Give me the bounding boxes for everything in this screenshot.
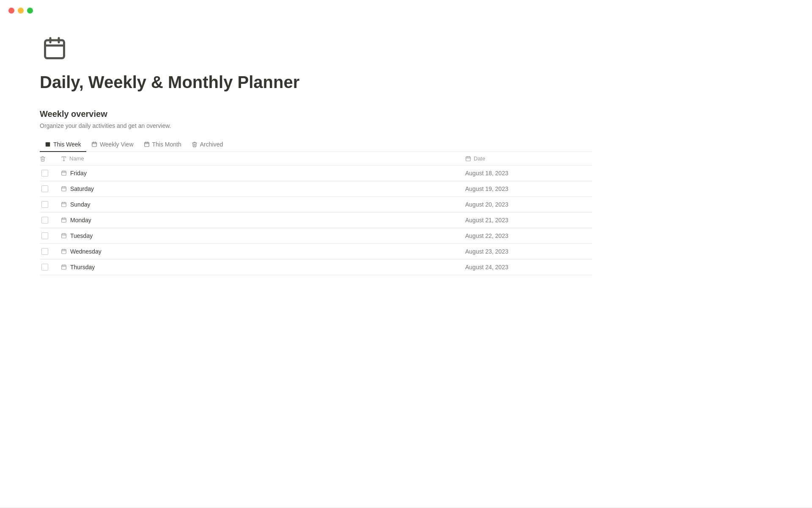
row-calendar-icon bbox=[61, 202, 67, 207]
row-date: August 19, 2023 bbox=[465, 185, 592, 192]
header-name-label: Name bbox=[69, 155, 84, 162]
row-checkbox-2[interactable] bbox=[41, 201, 48, 208]
page-title: Daily, Weekly & Monthly Planner bbox=[40, 72, 592, 92]
page-icon bbox=[40, 34, 69, 64]
window-controls bbox=[8, 8, 33, 14]
svg-rect-40 bbox=[62, 249, 66, 254]
header-calendar-icon bbox=[465, 156, 471, 162]
row-name-cell: Thursday bbox=[61, 264, 465, 271]
row-name: Monday bbox=[70, 217, 91, 224]
header-trash-icon bbox=[40, 156, 46, 162]
tab-calendar-filled-icon bbox=[45, 141, 51, 147]
row-name-cell: Wednesday bbox=[61, 248, 465, 255]
checkbox-cell bbox=[40, 232, 61, 239]
section-title: Weekly overview bbox=[40, 109, 592, 119]
header-date-label: Date bbox=[474, 155, 485, 162]
svg-rect-5 bbox=[46, 142, 50, 144]
tab-this-month[interactable]: This Month bbox=[139, 138, 187, 152]
checkbox-cell bbox=[40, 248, 61, 255]
calendar-icon bbox=[42, 36, 67, 61]
page-content: Daily, Weekly & Monthly Planner Weekly o… bbox=[0, 0, 592, 309]
row-checkbox-5[interactable] bbox=[41, 248, 48, 255]
table-row[interactable]: Wednesday August 23, 2023 bbox=[40, 244, 592, 260]
table-header-date: Date bbox=[465, 155, 592, 162]
row-checkbox-3[interactable] bbox=[41, 217, 48, 224]
table-row[interactable]: Monday August 21, 2023 bbox=[40, 213, 592, 228]
row-name: Sunday bbox=[70, 201, 90, 208]
row-date: August 24, 2023 bbox=[465, 264, 592, 271]
table-row[interactable]: Tuesday August 22, 2023 bbox=[40, 228, 592, 244]
table-header-name: Name bbox=[61, 155, 465, 162]
checkbox-cell bbox=[40, 170, 61, 177]
tab-weekly-view[interactable]: Weekly View bbox=[86, 138, 139, 152]
svg-rect-6 bbox=[92, 142, 97, 146]
tab-this-week-label: This Week bbox=[53, 141, 81, 148]
row-calendar-icon bbox=[61, 264, 67, 270]
table-row[interactable]: Friday August 18, 2023 bbox=[40, 166, 592, 181]
row-calendar-icon bbox=[61, 233, 67, 239]
tab-archived-label: Archived bbox=[200, 141, 223, 148]
row-date: August 22, 2023 bbox=[465, 232, 592, 239]
section-description: Organize your daily activities and get a… bbox=[40, 122, 592, 129]
minimize-button[interactable] bbox=[18, 8, 24, 14]
table-header: Name Date bbox=[40, 152, 592, 166]
row-date: August 20, 2023 bbox=[465, 201, 592, 208]
svg-rect-10 bbox=[144, 142, 149, 146]
row-checkbox-4[interactable] bbox=[41, 232, 48, 239]
row-date: August 18, 2023 bbox=[465, 170, 592, 177]
row-name-cell: Monday bbox=[61, 217, 465, 224]
checkbox-cell bbox=[40, 264, 61, 271]
tab-this-month-label: This Month bbox=[152, 141, 181, 148]
row-calendar-icon bbox=[61, 186, 67, 192]
svg-rect-32 bbox=[62, 218, 66, 222]
svg-rect-28 bbox=[62, 202, 66, 207]
svg-rect-44 bbox=[62, 265, 66, 269]
row-calendar-icon bbox=[61, 248, 67, 254]
tab-this-week[interactable]: This Week bbox=[40, 138, 86, 152]
row-checkbox-6[interactable] bbox=[41, 264, 48, 271]
checkbox-cell bbox=[40, 185, 61, 192]
row-name: Friday bbox=[70, 170, 87, 177]
row-name: Wednesday bbox=[70, 248, 102, 255]
row-name-cell: Saturday bbox=[61, 185, 465, 192]
tab-weekly-view-label: Weekly View bbox=[100, 141, 134, 148]
row-name: Saturday bbox=[70, 185, 94, 192]
tab-trash-icon bbox=[192, 141, 198, 147]
close-button[interactable] bbox=[8, 8, 14, 14]
svg-rect-36 bbox=[62, 234, 66, 238]
row-date: August 21, 2023 bbox=[465, 217, 592, 224]
row-name-cell: Friday bbox=[61, 170, 465, 177]
tab-this-month-icon bbox=[144, 141, 150, 147]
row-name-cell: Tuesday bbox=[61, 232, 465, 239]
table-row[interactable]: Saturday August 19, 2023 bbox=[40, 181, 592, 197]
tab-archived[interactable]: Archived bbox=[187, 138, 228, 152]
table-body: Friday August 18, 2023 Saturday August 1… bbox=[40, 166, 592, 275]
checkbox-cell bbox=[40, 217, 61, 224]
row-name: Thursday bbox=[70, 264, 95, 271]
checkbox-cell bbox=[40, 201, 61, 208]
row-name-cell: Sunday bbox=[61, 201, 465, 208]
svg-rect-24 bbox=[62, 187, 66, 191]
row-checkbox-0[interactable] bbox=[41, 170, 48, 177]
table-header-delete bbox=[40, 156, 61, 162]
row-calendar-icon bbox=[61, 217, 67, 223]
row-date: August 23, 2023 bbox=[465, 248, 592, 255]
tabs-container: This Week Weekly View This Month bbox=[40, 138, 592, 152]
svg-rect-20 bbox=[62, 171, 66, 175]
table-row[interactable]: Thursday August 24, 2023 bbox=[40, 260, 592, 275]
maximize-button[interactable] bbox=[27, 8, 33, 14]
row-calendar-icon bbox=[61, 170, 67, 176]
row-name: Tuesday bbox=[70, 232, 93, 239]
tab-calendar-icon bbox=[91, 141, 97, 147]
row-checkbox-1[interactable] bbox=[41, 185, 48, 192]
svg-rect-0 bbox=[45, 40, 64, 58]
header-text-icon bbox=[61, 156, 67, 162]
table-row[interactable]: Sunday August 20, 2023 bbox=[40, 197, 592, 213]
svg-rect-16 bbox=[466, 157, 471, 161]
